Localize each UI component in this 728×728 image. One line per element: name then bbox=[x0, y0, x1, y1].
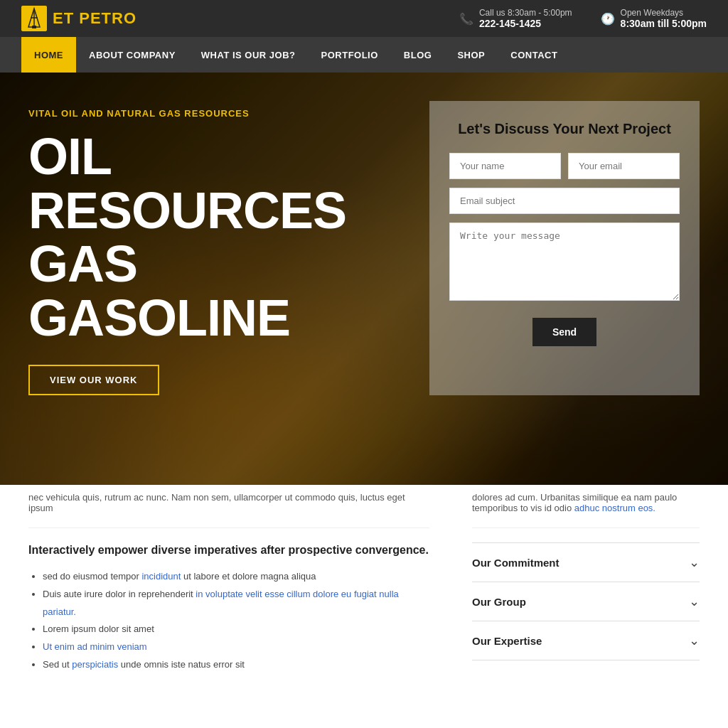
list-item: sed do eiusmod tempor incididunt ut labo… bbox=[43, 568, 429, 586]
logo: ET PETRO bbox=[21, 6, 136, 31]
nav-blog[interactable]: BLOG bbox=[391, 37, 445, 73]
phone-info: 📞 Call us 8:30am - 5:00pm 222-145-1425 bbox=[459, 8, 572, 29]
hero-main-text: OIL RESOURCES GAS GASOLINE bbox=[28, 130, 401, 345]
chevron-down-icon-3: ⌄ bbox=[689, 633, 700, 648]
name-input[interactable] bbox=[449, 153, 561, 179]
bullet-link-1[interactable]: incididunt bbox=[141, 571, 181, 582]
form-title: Let's Discuss Your Next Project bbox=[449, 121, 680, 137]
empowerment-heading: Interactively empower diverse imperative… bbox=[28, 542, 429, 558]
accordion-label-1: Our Commitment bbox=[472, 557, 560, 569]
accordion-expertise[interactable]: Our Expertise ⌄ bbox=[472, 621, 700, 660]
hero-line4: GASOLINE bbox=[28, 291, 401, 346]
lower-left: nec vehicula quis, rutrum ac nunc. Nam n… bbox=[28, 485, 429, 674]
list-item: Sed ut perspiciatis unde omnis iste natu… bbox=[43, 656, 429, 674]
hours-value: 8:30am till 5:00pm bbox=[621, 18, 707, 29]
hero-text: VITAL OIL AND NATURAL GAS RESOURCES OIL … bbox=[28, 101, 401, 395]
phone-label: Call us 8:30am - 5:00pm bbox=[479, 8, 572, 18]
name-email-row bbox=[449, 153, 680, 179]
send-button[interactable]: Send bbox=[532, 318, 596, 346]
bullet-link-5[interactable]: perspiciatis bbox=[72, 659, 118, 670]
logo-text: ET PETRO bbox=[53, 9, 136, 28]
list-item: Ut enim ad minim veniam bbox=[43, 638, 429, 656]
bullet-link-4[interactable]: Ut enim ad minim veniam bbox=[43, 641, 147, 652]
lower-right: dolores ad cum. Urbanitas similique ea n… bbox=[472, 485, 700, 674]
hours-info: 🕐 Open Weekdays 8:30am till 5:00pm bbox=[601, 8, 707, 29]
subject-input[interactable] bbox=[449, 188, 680, 214]
nav-contact[interactable]: CONTACT bbox=[498, 37, 570, 73]
logo-icon bbox=[21, 6, 47, 31]
accordion: Our Commitment ⌄ Our Group ⌄ Our Experti… bbox=[472, 542, 700, 660]
chevron-down-icon-2: ⌄ bbox=[689, 594, 700, 609]
accordion-commitment[interactable]: Our Commitment ⌄ bbox=[472, 542, 700, 582]
nav-portfolio[interactable]: PORTFOLIO bbox=[309, 37, 391, 73]
hero-line1: OIL bbox=[28, 130, 401, 184]
cta-button[interactable]: VIEW OUR WORK bbox=[28, 365, 159, 395]
message-row bbox=[449, 223, 680, 304]
accordion-group[interactable]: Our Group ⌄ bbox=[472, 582, 700, 621]
clock-icon: 🕐 bbox=[601, 12, 615, 26]
nav-shop[interactable]: SHOP bbox=[444, 37, 498, 73]
nav-home[interactable]: HOME bbox=[21, 37, 76, 73]
phone-number: 222-145-1425 bbox=[479, 18, 572, 29]
top-bar: ET PETRO 📞 Call us 8:30am - 5:00pm 222-1… bbox=[0, 0, 728, 37]
accordion-label-2: Our Group bbox=[472, 596, 526, 608]
subject-row bbox=[449, 188, 680, 214]
main-nav: HOME ABOUT COMPANY WHAT IS OUR JOB? PORT… bbox=[0, 37, 728, 73]
hours-label: Open Weekdays bbox=[621, 8, 707, 18]
list-item: Duis aute irure dolor in reprehenderit i… bbox=[43, 586, 429, 621]
bullet-list: sed do eiusmod tempor incididunt ut labo… bbox=[28, 568, 429, 673]
contact-form: Let's Discuss Your Next Project Send bbox=[429, 101, 700, 395]
message-textarea[interactable] bbox=[449, 223, 680, 301]
accordion-label-3: Our Expertise bbox=[472, 635, 542, 647]
hero-line2: RESOURCES bbox=[28, 184, 401, 238]
hero-content: VITAL OIL AND NATURAL GAS RESOURCES OIL … bbox=[0, 73, 728, 395]
svg-rect-4 bbox=[32, 26, 36, 28]
right-scroll-link[interactable]: adhuc nostrum eos. bbox=[574, 503, 655, 513]
phone-icon: 📞 bbox=[459, 12, 473, 26]
scroll-text-right: dolores ad cum. Urbanitas similique ea n… bbox=[472, 485, 700, 528]
nav-about[interactable]: ABOUT COMPANY bbox=[76, 37, 188, 73]
email-input[interactable] bbox=[568, 153, 680, 179]
chevron-down-icon-1: ⌄ bbox=[689, 555, 700, 570]
lower-section: nec vehicula quis, rutrum ac nunc. Nam n… bbox=[0, 485, 728, 702]
nav-job[interactable]: WHAT IS OUR JOB? bbox=[188, 37, 309, 73]
hero-cta: VIEW OUR WORK bbox=[28, 365, 401, 395]
hero-subtitle: VITAL OIL AND NATURAL GAS RESOURCES bbox=[28, 108, 401, 119]
list-item: Lorem ipsum dolor sit amet bbox=[43, 621, 429, 638]
hero-line3: GAS bbox=[28, 237, 401, 291]
hero-section: VITAL OIL AND NATURAL GAS RESOURCES OIL … bbox=[0, 73, 728, 485]
scroll-text-left: nec vehicula quis, rutrum ac nunc. Nam n… bbox=[28, 485, 429, 528]
